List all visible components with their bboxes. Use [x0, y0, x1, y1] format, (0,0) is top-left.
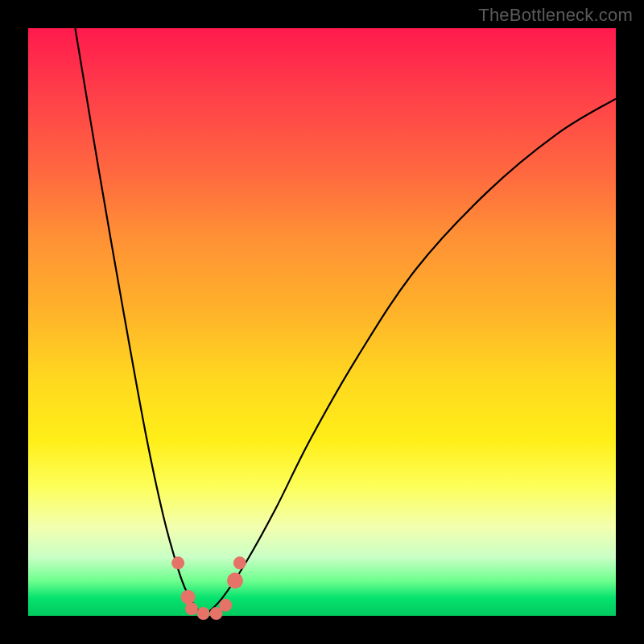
data-point [233, 556, 246, 569]
data-point [171, 556, 184, 569]
watermark-text: TheBottleneck.com [478, 5, 633, 26]
chart-plot-area [28, 28, 616, 616]
data-point [227, 572, 243, 588]
chart-markers [171, 556, 246, 620]
data-point [181, 590, 196, 605]
chart-curves [75, 28, 616, 616]
chart-svg [28, 28, 616, 616]
data-point [185, 602, 198, 615]
data-point [219, 599, 232, 612]
series-left-branch [75, 28, 204, 616]
series-right-branch [204, 99, 616, 616]
chart-frame: TheBottleneck.com [0, 0, 644, 644]
data-point [197, 607, 210, 620]
